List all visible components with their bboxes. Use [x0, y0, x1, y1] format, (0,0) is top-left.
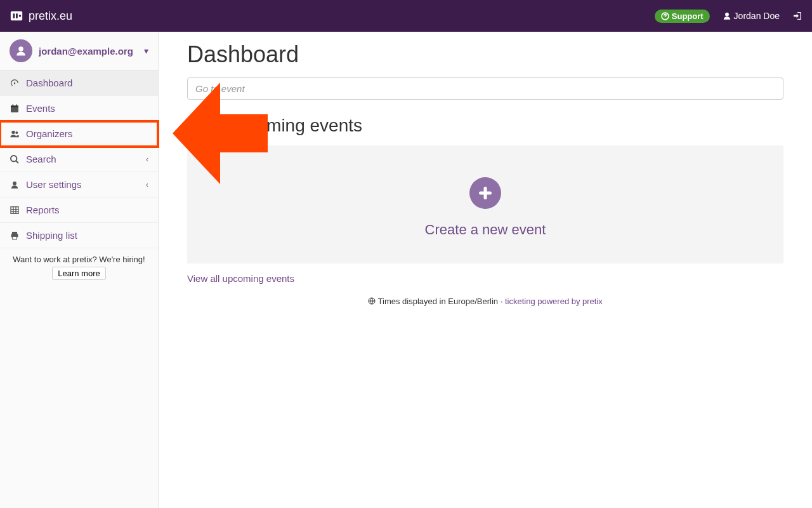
footer-tz: Times displayed in Europe/Berlin	[378, 297, 499, 306]
user-link[interactable]: Jordan Doe	[723, 11, 780, 21]
globe-icon	[368, 297, 377, 306]
sidebar-item-label: Shipping list	[26, 230, 77, 241]
create-event-card[interactable]: Create a new event	[187, 145, 783, 264]
footer-link[interactable]: ticketing powered by pretix	[505, 297, 603, 306]
sidebar-item-reports[interactable]: Reports	[0, 197, 158, 223]
brand-icon	[10, 9, 23, 23]
chevron-left-icon: ‹	[146, 155, 148, 164]
sidebar-item-label: Reports	[26, 204, 60, 215]
sidebar-item-shipping-list[interactable]: Shipping list	[0, 223, 158, 248]
svg-point-7	[18, 46, 23, 51]
calendar-icon	[10, 104, 20, 114]
svg-point-16	[13, 181, 16, 185]
print-icon	[10, 231, 20, 241]
chevron-left-icon: ‹	[146, 180, 148, 189]
footer-sep: ·	[498, 297, 505, 306]
svg-point-14	[11, 156, 16, 161]
page-title: Dashboard	[187, 41, 783, 68]
view-all-link[interactable]: View all upcoming events	[187, 273, 294, 284]
footer: Times displayed in Europe/Berlin · ticke…	[187, 297, 783, 306]
account-email: jordan@example.org	[39, 46, 138, 57]
user-settings-icon	[10, 180, 20, 189]
svg-point-12	[11, 130, 15, 133]
avatar	[10, 39, 32, 62]
svg-rect-10	[13, 104, 13, 106]
search-icon	[10, 154, 20, 164]
svg-line-15	[16, 161, 18, 163]
upcoming-heading: Your upcoming events	[187, 116, 783, 136]
sidebar-item-label: User settings	[26, 179, 82, 190]
sidebar-item-dashboard[interactable]: Dashboard	[0, 70, 158, 96]
svg-point-5	[665, 18, 665, 18]
logout-icon	[792, 11, 802, 21]
topbar: pretix.eu Support Jordan Doe	[0, 0, 812, 32]
help-icon	[661, 12, 669, 20]
brand[interactable]: pretix.eu	[10, 9, 72, 23]
create-event-label: Create a new event	[200, 222, 771, 238]
sidebar-item-events[interactable]: Events	[0, 96, 158, 121]
svg-rect-17	[11, 206, 18, 213]
svg-point-6	[725, 13, 729, 17]
sidebar-item-organizers[interactable]: Organizers	[0, 121, 158, 147]
svg-point-3	[19, 15, 22, 17]
main-content: Dashboard Your upcoming events Create a …	[159, 32, 812, 508]
hiring-text: Want to work at pretix? We're hiring!	[6, 255, 152, 264]
sidebar-item-label: Organizers	[26, 128, 72, 139]
svg-rect-1	[13, 13, 15, 18]
svg-rect-22	[12, 232, 17, 234]
learn-more-button[interactable]: Learn more	[52, 267, 105, 280]
sidebar-item-label: Events	[26, 103, 55, 114]
users-icon	[10, 129, 20, 139]
svg-rect-26	[479, 192, 492, 195]
hiring-notice: Want to work at pretix? We're hiring! Le…	[0, 248, 158, 286]
svg-rect-24	[13, 236, 17, 239]
topbar-right: Support Jordan Doe	[655, 10, 802, 23]
svg-rect-11	[16, 104, 16, 106]
sidebar-item-user-settings[interactable]: User settings ‹	[0, 172, 158, 197]
support-button[interactable]: Support	[655, 10, 710, 23]
svg-rect-2	[16, 13, 18, 18]
dashboard-icon	[10, 78, 20, 88]
go-to-event-input[interactable]	[187, 77, 783, 100]
sidebar-item-search[interactable]: Search ‹	[0, 147, 158, 172]
logout-button[interactable]	[792, 11, 802, 21]
table-icon	[10, 205, 20, 215]
sidebar: jordan@example.org ▾ Dashboard Events Or…	[0, 32, 159, 508]
svg-rect-9	[11, 105, 18, 107]
brand-text: pretix.eu	[29, 10, 72, 23]
sidebar-item-label: Dashboard	[26, 77, 72, 88]
sidebar-item-label: Search	[26, 154, 56, 164]
user-icon	[723, 11, 731, 20]
svg-point-13	[15, 131, 18, 134]
support-label: Support	[672, 11, 704, 21]
account-switcher[interactable]: jordan@example.org ▾	[0, 32, 158, 70]
user-name: Jordan Doe	[734, 11, 780, 21]
caret-down-icon: ▾	[144, 46, 148, 56]
plus-circle-icon	[469, 177, 501, 209]
